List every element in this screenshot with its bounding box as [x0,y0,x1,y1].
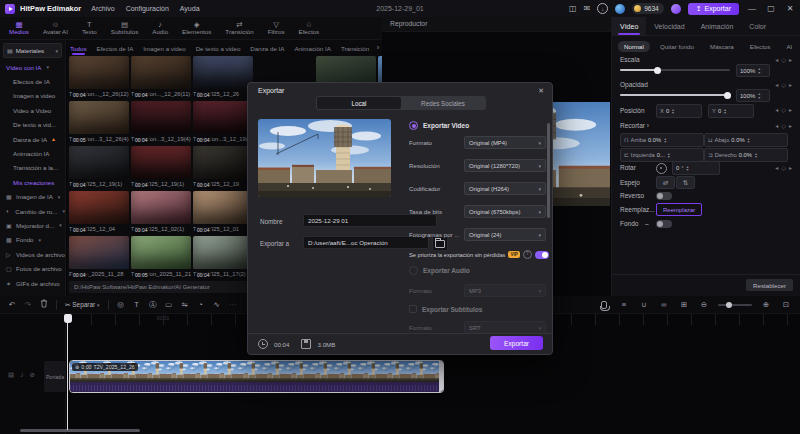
sidebar-item-gifs-de-archivo[interactable]: ✶GIFs de archivo [0,276,65,290]
ribbon-item-subtítulos[interactable]: ▤Subtítulos [106,21,144,36]
menu-archivo[interactable]: Archivo [91,5,114,12]
more-tools-icon[interactable]: ⋯ [225,301,241,309]
checkbox-icon[interactable] [409,305,417,313]
close-button[interactable]: ✕ [784,4,796,13]
crop-bottom-field[interactable]: ⊔Abajo0.0%▴▾ [704,133,788,147]
link-icon[interactable]: ∞ [656,301,672,309]
kf-icon[interactable]: ◇ [781,106,786,113]
sidebar-item-mejorador-d-[interactable]: ▣Mejorador d...▾ [0,218,65,232]
opacity-keyframe-controls[interactable]: ◂◇▸ [775,81,792,88]
audio-format-dropdown[interactable]: MP3▾ [464,284,546,297]
media-item[interactable]: 00:04Transition...3_12_19(4) [131,101,191,146]
reset-button[interactable]: Restablecer [746,279,793,291]
dialog-scrollbar[interactable] [547,123,550,218]
radio-unselected-icon[interactable] [409,266,418,275]
media-item[interactable]: 00:04T2V_2025_12_19 [193,146,253,191]
media-tab-todos[interactable]: Todos [70,45,87,52]
magnet-icon[interactable]: ∪ [636,301,652,309]
scale-value[interactable]: 100%▴▾ [736,64,770,77]
field-dropdown[interactable]: Original (24)▾ [464,228,546,241]
voice-tool-icon[interactable]: Ⓐ [145,301,161,309]
inspector-pill-máscara[interactable]: Máscara [704,41,740,52]
ribbon-item-elementos[interactable]: ◈Elementos [177,21,216,36]
position-keyframe-controls[interactable]: ◂◇▸ [775,106,792,113]
field-dropdown[interactable]: Original (1280*720)▾ [464,159,546,172]
redo-icon[interactable]: ↷ [20,301,36,309]
kf-icon[interactable]: ◇ [781,81,786,88]
kf-next-icon[interactable]: ▸ [789,122,792,129]
audio-wave-icon[interactable]: ∿ [209,301,225,309]
radio-selected-icon[interactable] [409,121,418,130]
layout-switch-icon[interactable]: ◫ [569,5,577,13]
stepper-icon[interactable]: ▴▾ [724,108,726,114]
ribbon-item-avatar-ai[interactable]: ☺Avatar AI [38,21,73,36]
kf-icon[interactable]: ◇ [781,56,786,63]
ribbon-item-medios[interactable]: ▦Medios [4,21,34,36]
sidebar-item-transición-a-la-[interactable]: Transición a la... [0,161,65,175]
crop-left-field[interactable]: ⊏Izquierda0...▴▾ [620,148,704,162]
download-icon[interactable]: ↓ [597,3,608,14]
materials-dropdown[interactable]: ▤ Materiales ▾ [3,43,62,58]
language-globe-icon[interactable] [615,4,625,14]
help-icon[interactable]: ? [523,250,532,259]
field-dropdown[interactable]: Original (6750kbps)▾ [464,205,546,218]
kf-prev-icon[interactable]: ◂ [775,164,778,171]
kf-prev-icon[interactable]: ◂ [775,122,778,129]
sidebar-item-video-a-video[interactable]: Video a Video [0,103,65,117]
menu-ayuda[interactable]: Ayuda [180,5,200,12]
inspector-tab-animación[interactable]: Animación [693,17,742,35]
sidebar-item-danza-de-ia[interactable]: Danza de IA▲ [0,132,65,146]
export-button[interactable]: ↥ Exportar [688,3,739,15]
crop-icon[interactable]: ▭ [161,301,177,309]
speed-icon[interactable]: ◔ [193,301,209,309]
rotate-value-field[interactable]: 0°▴▾ [672,161,720,175]
playhead-line[interactable] [67,314,68,430]
user-avatar[interactable] [671,4,681,14]
media-item[interactable]: 00:05Transition...3_12_26(4) [69,101,129,146]
dialog-export-button[interactable]: Exportar [490,336,543,350]
undo-icon[interactable]: ↶ [4,301,20,309]
zoom-in-icon[interactable]: ⊕ [758,301,774,309]
field-dropdown[interactable]: Original (MP4)▾ [464,136,546,149]
scale-slider[interactable] [620,69,730,71]
stepper-icon[interactable]: ▴▾ [672,108,674,114]
stepper-icon[interactable]: ▴▾ [748,137,750,143]
minimize-button[interactable]: — [746,4,758,13]
stepper-icon[interactable]: ▴▾ [668,152,670,158]
kf-next-icon[interactable]: ▸ [789,81,792,88]
inspector-pill-ai[interactable]: AI [780,41,798,52]
cover-button[interactable]: Portada [44,361,66,392]
ribbon-item-efectos[interactable]: ☆Efectos [294,21,325,36]
coins-badge[interactable]: 9634 [632,3,663,14]
sidebar-item-de-texto-a-vid-[interactable]: De texto a vid... [0,118,65,132]
feedback-icon[interactable]: ✉ [583,5,590,13]
mirror-horizontal-button[interactable]: ⇄ [656,176,675,189]
media-item[interactable]: 00:04T2V_2025_12_26 [193,56,253,101]
ribbon-item-filtros[interactable]: ▽Filtros [263,21,290,36]
stepper-icon[interactable]: ▴▾ [664,137,666,143]
scale-keyframe-controls[interactable]: ◂◇▸ [775,56,792,63]
media-tab-danza-de-ia[interactable]: Danza de IA [250,45,284,52]
inspector-pill-quitar-fondo[interactable]: Quitar fondo [654,41,700,52]
media-item[interactable]: 00:04Transition...3_12_19(2) [193,101,253,146]
sidebar-item-animación-ia[interactable]: Animación IA [0,146,65,160]
ribbon-item-audio[interactable]: ♪Audio [147,21,173,36]
clip-trim-handle[interactable] [439,361,443,392]
ribbon-item-texto[interactable]: TTexto [77,21,102,36]
media-item[interactable]: 00:04T2V_2025_12_19(1) [69,146,129,191]
stepper-icon[interactable]: ▴▾ [758,92,760,98]
inspector-tab-velocidad[interactable]: Velocidad [646,17,692,35]
dialog-tab-local[interactable]: Local [317,97,401,109]
media-item[interactable]: 00:04T2V_2025_11_17(2) [193,236,253,281]
text-tool-icon[interactable]: T [129,301,145,309]
timeline-hscrollbar[interactable] [20,429,140,432]
inspector-tab-color[interactable]: Color [741,17,774,35]
timeline-zoom-slider[interactable] [718,304,752,306]
sidebar-item-cambio-de-ro-[interactable]: ◐Cambio de ro...▾ [0,204,65,218]
sidebar-item-fondo[interactable]: ▩Fondo▾ [0,233,65,247]
media-item[interactable]: 00:04T2V_2025_12_19(1) [131,146,191,191]
media-item[interactable]: 00:05Transition_2025_11_21 [131,236,191,281]
track-type-icon[interactable]: ▤ [8,371,14,379]
ribbon-item-transición[interactable]: ⇄Transición [220,21,258,36]
crop-top-field[interactable]: ⊓Arriba0.0%▴▾ [620,133,704,147]
